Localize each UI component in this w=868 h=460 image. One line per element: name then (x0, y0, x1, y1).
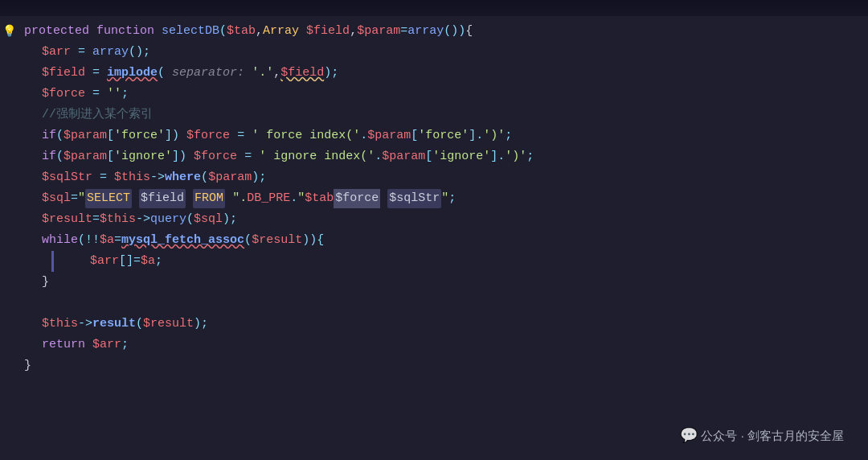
line-16: } (0, 355, 868, 376)
var-arr1: $arr (42, 43, 71, 62)
punc-27: [] (119, 252, 133, 271)
punc-12: ; (505, 126, 512, 146)
str-quote1: " (78, 189, 85, 208)
var-param6: $param (208, 168, 252, 187)
watermark-text: 公众号 · 剑客古月的安全屋 (701, 426, 844, 446)
line-content-1: protected function selectDB ( $tab , Arr… (18, 22, 868, 41)
line-content-11: while ( !! $a = mysql_fetch_assoc ( $res… (18, 231, 868, 250)
code-area: 💡 protected function selectDB ( $tab , A… (0, 16, 868, 381)
op-eq3: = (92, 64, 100, 83)
str-ignore2: ' ignore index(' (259, 147, 375, 166)
var-sqlStr1: $sqlStr (42, 168, 92, 187)
var-force1: $force (42, 84, 85, 104)
punc-10: [ (411, 126, 418, 146)
punc-6: ; (121, 84, 129, 104)
line-4: $force = '' ; (0, 84, 868, 105)
sp18 (380, 189, 387, 208)
code-editor: 💡 protected function selectDB ( $tab , A… (0, 0, 868, 460)
punc-29: ( (136, 314, 143, 334)
sp6 (100, 84, 107, 104)
var-field2: $field (42, 64, 85, 83)
punc-30: ); (194, 314, 208, 334)
kw-function: function (96, 22, 162, 41)
method-query: query (150, 210, 186, 229)
var-force2: $force (186, 126, 230, 146)
op-eq6: = (244, 147, 252, 166)
var-result1: $result (42, 210, 92, 229)
op-eq5: = (237, 126, 244, 146)
line-content-13: } (18, 273, 868, 292)
op-eq2: = (78, 43, 85, 62)
brace-close2: } (24, 356, 31, 376)
line-blank (0, 293, 868, 314)
punc-3: (); (129, 43, 150, 62)
method-result: result (92, 314, 136, 334)
wx-icon: 💬 (680, 424, 698, 447)
line-content-8: $sqlStr = $this -> where ( $param ); (18, 168, 868, 187)
var-field1: $field (306, 22, 350, 41)
sp13 (92, 168, 100, 187)
fn-mysql: mysql_fetch_assoc (121, 231, 244, 250)
op-eq11: = (133, 252, 141, 271)
punc-8: [ (107, 126, 114, 146)
punc-16: [ (425, 147, 432, 166)
fn-selectDB: selectDB (162, 22, 219, 41)
var-dbpre: DB_PRE (247, 189, 290, 208)
punc-22: ( (186, 210, 194, 229)
line-content-4: $force = '' ; (18, 84, 868, 104)
sp15 (132, 189, 139, 208)
sql-field: $field (139, 189, 186, 208)
var-a2: $a (141, 252, 155, 271)
method-where: where (165, 168, 201, 187)
var-result2: $result (252, 231, 302, 250)
str-empty: '' (107, 84, 121, 104)
op-eq4: = (92, 84, 100, 104)
sql-sqlstr: $sqlStr (387, 189, 441, 208)
op-eq8: = (71, 189, 78, 208)
str-tab-force: " (297, 189, 305, 208)
sp3 (85, 64, 92, 83)
str-quote2: ". (232, 189, 247, 208)
str-force2: ' force index(' (252, 126, 360, 146)
kw-if2: if (42, 147, 56, 166)
str-force4: ')' (483, 126, 505, 146)
var-tab: $tab (227, 22, 256, 41)
comma-2: , (350, 22, 357, 41)
punc-25: ( (244, 231, 252, 250)
line-content-6: if ( $param [ 'force' ]) $force = ' forc… (18, 126, 868, 146)
line-11: while ( !! $a = mysql_fetch_assoc ( $res… (0, 230, 868, 251)
op-eq9: = (92, 210, 100, 229)
kw-protected: protected (24, 22, 96, 41)
sp7 (179, 126, 186, 146)
param-separator: separator: (172, 64, 252, 83)
line-12: $arr [] = $a ; (0, 251, 868, 272)
var-arr2: $arr (90, 252, 119, 271)
sql-from: FROM (193, 189, 225, 208)
punc-9: ]) (165, 126, 179, 146)
comment-1: //强制进入某个索引 (42, 105, 153, 125)
punc-17: ] (490, 147, 497, 166)
punc-14: [ (107, 147, 114, 166)
sp9 (244, 126, 252, 146)
line-content-16: } (18, 356, 868, 376)
sp1 (71, 43, 78, 62)
brace-close1: } (42, 273, 49, 292)
line-content-9: $sql = " SELECT $field FROM ". DB_PRE . … (18, 189, 868, 208)
punc-20: ); (252, 168, 266, 187)
op-dot3: . (375, 147, 382, 166)
var-a1: $a (100, 231, 114, 250)
line-content-3: $field = implode ( separator: '.' , $fie… (18, 64, 868, 83)
op-dot1: . (360, 126, 367, 146)
sp14 (107, 168, 114, 187)
line-8: $sqlStr = $this -> where ( $param ); (0, 167, 868, 188)
line-9: $sql = " SELECT $field FROM ". DB_PRE . … (0, 188, 868, 209)
punc-31: ; (121, 335, 129, 355)
var-param1: $param (357, 22, 400, 41)
var-tab2: $tab (305, 189, 334, 208)
line-10: $result = $this -> query ( $sql ); (0, 209, 868, 230)
punc-24: ( (78, 231, 85, 250)
punc-19: ( (201, 168, 208, 187)
watermark: 💬 公众号 · 剑客古月的安全屋 (680, 424, 844, 447)
line-content-12: $arr [] = $a ; (18, 252, 868, 271)
var-force-hl: $force (334, 189, 380, 208)
